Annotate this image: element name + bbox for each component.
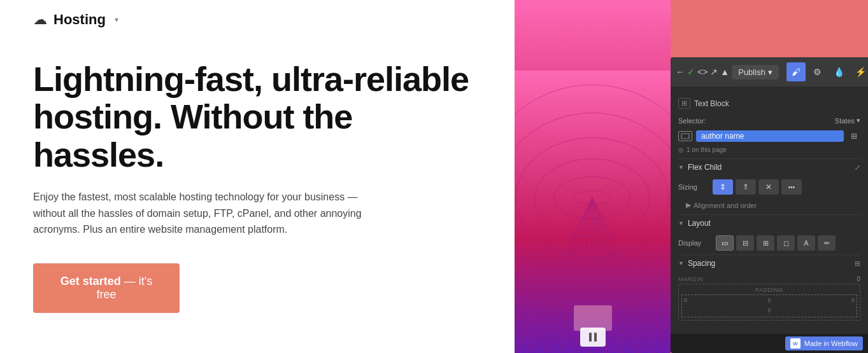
display-edit-btn[interactable]: ✏ — [818, 235, 836, 251]
get-started-button[interactable]: Get started — it's free — [33, 263, 180, 313]
editor-footer: W Made in Webflow — [671, 334, 868, 353]
settings-icon[interactable]: ⚙ — [808, 62, 827, 81]
display-label: Display — [678, 239, 713, 247]
webflow-logo: W — [790, 338, 800, 349]
on-this-page: ◎ 1 on this page — [678, 146, 860, 153]
back-button[interactable]: ← — [676, 62, 685, 82]
element-type-icon: ⊞ — [678, 98, 690, 109]
right-panel: ← ✓ <> ↗ ▲ Publish ▾ 🖌 ⚙ 💧 ⚡ ⊞ Text Bloc… — [515, 0, 868, 353]
flex-child-label: Flex Child — [688, 163, 722, 172]
interactions-icon[interactable]: 💧 — [830, 62, 849, 81]
selector-grid-icon[interactable]: ⊞ — [848, 130, 860, 142]
canvas-overlay-rect — [574, 305, 612, 331]
sizing-btn-3[interactable]: ✕ — [758, 179, 779, 195]
dropdown-arrow-icon[interactable]: ▾ — [115, 15, 118, 24]
spacing-label: Spacing — [688, 259, 715, 268]
flex-child-expand-icon: ⤢ — [855, 163, 860, 172]
publish-button[interactable]: Publish ▾ — [732, 65, 779, 80]
pause-bar-left — [589, 333, 592, 342]
padding-label: PADDING — [681, 287, 857, 293]
layout-chevron-icon: ▼ — [678, 220, 684, 226]
export-button[interactable]: ↗ — [710, 62, 718, 82]
sizing-btn-1[interactable]: ⇕ — [713, 179, 733, 195]
publish-label: Publish — [738, 67, 765, 77]
padding-values-row: 0 0 0 — [684, 297, 855, 303]
device-icon — [678, 131, 692, 141]
design-canvas — [515, 0, 671, 353]
lightning-icon[interactable]: ⚡ — [851, 62, 868, 81]
hero-content: Lightning-fast, ultra-reliable hosting. … — [33, 39, 481, 353]
sizing-more-btn[interactable]: ••• — [781, 179, 802, 195]
selector-label: Selector: — [678, 117, 706, 125]
element-type-row: ⊞ Text Block — [678, 93, 860, 111]
made-in-webflow-text: Made in Webflow — [804, 340, 858, 347]
layout-label: Layout — [688, 219, 711, 228]
display-flex-btn[interactable]: ⊟ — [736, 235, 754, 251]
padding-top: 0 — [767, 297, 771, 303]
code-button[interactable]: <> — [697, 62, 708, 82]
cloud-icon: ☁ — [33, 11, 47, 28]
hosting-label: Hosting — [53, 11, 106, 28]
flex-child-chevron-icon: ▼ — [678, 164, 684, 170]
hero-description: Enjoy the fastest, most scalable hosting… — [33, 189, 390, 238]
margin-box: PADDING 0 0 0 0 — [678, 284, 860, 321]
asset-button[interactable]: ▲ — [720, 62, 729, 82]
states-label: States ▾ — [835, 116, 860, 125]
check-button[interactable]: ✓ — [687, 62, 695, 82]
made-in-webflow-badge[interactable]: W Made in Webflow — [785, 336, 863, 350]
spacing-container: MARGIN 0 PADDING 0 0 0 0 — [678, 272, 860, 324]
selector-input-row: author name ⊞ — [678, 130, 860, 142]
alignment-label: Alignment and order — [694, 202, 757, 209]
element-type-label: Text Block — [694, 99, 729, 108]
cta-bold-text: Get started — [60, 275, 121, 287]
padding-right: 0 — [851, 297, 855, 303]
flex-child-section-header[interactable]: ▼ Flex Child ⤢ — [678, 158, 860, 176]
spacing-chevron-icon: ▼ — [678, 260, 684, 266]
selector-row: Selector: States ▾ — [678, 111, 860, 130]
display-none-btn[interactable]: ◻ — [777, 235, 795, 251]
display-grid-btn[interactable]: ⊞ — [757, 235, 774, 251]
canvas-pause-button[interactable] — [580, 328, 606, 347]
padding-bottom: 0 — [767, 307, 771, 314]
flex-child-label-group: ▼ Flex Child — [678, 163, 722, 172]
alignment-order-row[interactable]: ▶ Alignment and order — [678, 198, 860, 214]
sizing-label: Sizing — [678, 183, 710, 191]
editor-toolbar: ← ✓ <> ↗ ▲ Publish ▾ 🖌 ⚙ 💧 ⚡ — [671, 57, 868, 87]
display-row: Display ▭ ⊟ ⊞ ◻ A ✏ — [678, 232, 860, 254]
layout-section-header[interactable]: ▼ Layout — [678, 214, 860, 232]
editor-body: ⊞ Text Block Selector: States ▾ author n… — [671, 87, 868, 331]
states-chevron-icon: ▾ — [857, 116, 860, 125]
padding-box: 0 0 0 0 — [681, 294, 857, 317]
right-icons: 🖌 ⚙ 💧 ⚡ — [786, 62, 868, 81]
selector-tag[interactable]: author name — [696, 130, 844, 142]
editor-panel: ← ✓ <> ↗ ▲ Publish ▾ 🖌 ⚙ 💧 ⚡ ⊞ Text Bloc… — [671, 57, 868, 353]
spacing-expand-icon: ⊞ — [855, 260, 860, 268]
spacing-label-group: ▼ Spacing — [678, 259, 715, 268]
left-panel: ☁ Hosting ▾ Lightning-fast, ultra-reliab… — [0, 0, 515, 353]
flex-sizing-row: Sizing ⇕ ⇑ ✕ ••• — [678, 176, 860, 198]
margin-header: MARGIN 0 — [678, 275, 860, 282]
layout-label-group: ▼ Layout — [678, 219, 711, 228]
alignment-chevron-icon: ▶ — [686, 201, 691, 209]
padding-bottom-row: 0 — [684, 303, 855, 315]
target-icon: ◎ — [678, 146, 684, 153]
svg-rect-18 — [681, 134, 689, 139]
sizing-btn-2[interactable]: ⇑ — [736, 179, 756, 195]
margin-label: MARGIN — [678, 276, 703, 282]
padding-left: 0 — [684, 297, 687, 303]
display-block-btn[interactable]: ▭ — [716, 235, 734, 251]
top-bar: ☁ Hosting ▾ — [33, 0, 481, 39]
hero-title: Lightning-fast, ultra-reliable hosting. … — [33, 60, 481, 174]
spacing-section-header[interactable]: ▼ Spacing ⊞ — [678, 254, 860, 272]
style-icon[interactable]: 🖌 — [786, 62, 806, 81]
margin-center-value: 0 — [857, 275, 860, 282]
display-text-btn[interactable]: A — [797, 235, 815, 251]
publish-chevron-icon: ▾ — [768, 67, 772, 77]
pause-bar-right — [594, 333, 597, 342]
